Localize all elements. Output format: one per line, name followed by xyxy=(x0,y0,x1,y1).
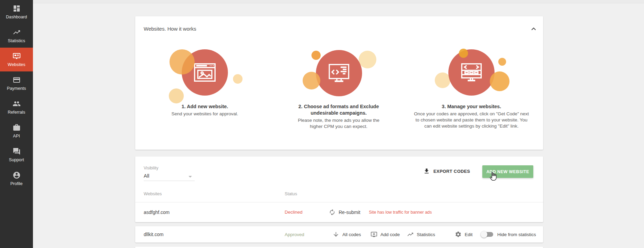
decline-reason-note: Site has low traffic for banner ads xyxy=(369,210,432,215)
sidebar-item-payments[interactable]: Payments xyxy=(0,71,33,95)
decor-circle xyxy=(303,72,320,89)
decor-circle xyxy=(498,58,506,66)
step-1: 1. Add new website. Send your websites f… xyxy=(154,41,256,150)
sidebar-item-label: Payments xyxy=(7,86,26,91)
download-icon xyxy=(423,168,430,175)
decor-circle xyxy=(169,49,195,75)
step-2: 2. Choose ad formats and Exclude undesir… xyxy=(286,41,391,150)
step-3-title: 3. Manage your websites. xyxy=(409,103,534,110)
column-header-websites: Websites xyxy=(144,191,162,196)
sidebar-item-label: Dashboard xyxy=(6,15,27,19)
gear-icon xyxy=(455,231,462,238)
decor-circle xyxy=(359,51,376,68)
sidebar-item-referrals[interactable]: Referrals xyxy=(0,95,33,119)
export-codes-button[interactable]: EXPORT CODES xyxy=(423,168,470,175)
sidebar-item-websites[interactable]: Websites xyxy=(0,48,33,71)
how-it-works-card: Websites. How it works 1. Add new websit… xyxy=(135,16,543,150)
sidebar-item-support[interactable]: Support xyxy=(0,143,33,167)
sidebar-item-api[interactable]: API xyxy=(0,119,33,143)
sidebar-item-profile[interactable]: Profile xyxy=(0,167,33,191)
website-row-card: dllkit.com Approved All codes Add code S… xyxy=(135,226,543,243)
monitor-code-icon xyxy=(326,60,352,86)
visibility-value: All xyxy=(144,173,149,179)
edit-button[interactable]: Edit xyxy=(455,231,472,238)
decor-circle xyxy=(459,49,468,58)
statistics-label: Statistics xyxy=(417,232,435,237)
step-3-illustration xyxy=(448,49,495,96)
all-codes-label: All codes xyxy=(342,232,361,237)
step-1-description: Send your websites for approval. xyxy=(154,111,256,117)
status-badge: Declined xyxy=(285,210,303,215)
sidebar: Dashboard Statistics Websites Payments R… xyxy=(0,0,33,248)
add-to-queue-icon xyxy=(371,231,377,238)
visibility-select[interactable]: All xyxy=(144,173,195,181)
dashboard-icon xyxy=(13,4,21,13)
all-codes-button[interactable]: All codes xyxy=(333,231,361,238)
sidebar-item-label: Support xyxy=(9,158,24,162)
sidebar-item-label: Referrals xyxy=(8,110,25,115)
edit-label: Edit xyxy=(465,232,472,237)
decor-circle xyxy=(435,72,450,88)
add-code-label: Add code xyxy=(380,232,400,237)
refresh-icon xyxy=(329,209,336,216)
column-header-status: Status xyxy=(285,191,297,196)
statistics-button[interactable]: Statistics xyxy=(407,231,435,238)
sidebar-item-label: Websites xyxy=(8,62,25,67)
step-2-description: Please note, the more ads you allow the … xyxy=(294,117,383,130)
trending-up-icon xyxy=(407,231,414,238)
add-code-button[interactable]: Add code xyxy=(371,231,400,238)
sidebar-item-statistics[interactable]: Statistics xyxy=(0,24,33,48)
step-3: 3. Manage your websites. Once your codes… xyxy=(409,41,534,150)
briefcase-icon xyxy=(13,123,21,132)
export-codes-label: EXPORT CODES xyxy=(433,169,470,174)
decor-circle xyxy=(311,51,321,60)
add-new-website-button[interactable]: ADD NEW WEBSITE xyxy=(482,165,533,178)
step-2-title: 2. Choose ad formats and Exclude undesir… xyxy=(286,103,391,116)
person-icon xyxy=(13,171,21,179)
websites-table-card: Visibility All EXPORT CODES ADD NEW WEBS… xyxy=(135,156,543,222)
toggle-knob xyxy=(481,231,487,238)
sidebar-item-label: Statistics xyxy=(8,38,25,43)
people-icon xyxy=(13,100,21,108)
browser-image-icon xyxy=(192,60,218,85)
visibility-label: Visibility xyxy=(144,166,158,170)
resubmit-label: Re-submit xyxy=(339,210,360,215)
collapse-panel-button[interactable] xyxy=(529,24,538,33)
trending-up-icon xyxy=(13,28,21,36)
chat-icon xyxy=(13,147,21,155)
hide-from-statistics-toggle[interactable] xyxy=(482,232,493,237)
how-it-works-title: Websites. How it works xyxy=(144,26,196,32)
top-shadow-strip xyxy=(33,0,644,3)
credit-card-icon xyxy=(13,76,21,84)
table-row: asdfghf.com Declined Re-submit Site has … xyxy=(135,202,543,222)
chevron-up-icon xyxy=(529,24,538,33)
sidebar-item-dashboard[interactable]: Dashboard xyxy=(0,0,33,24)
website-row-card-partial xyxy=(135,247,543,248)
sidebar-item-label: Profile xyxy=(10,181,22,186)
website-name: asdfghf.com xyxy=(144,210,169,215)
hide-from-statistics-label: Hide from statistics xyxy=(497,232,536,237)
decor-circle xyxy=(490,71,509,91)
table-row: dllkit.com Approved All codes Add code S… xyxy=(135,226,543,243)
status-badge: Approved xyxy=(285,232,304,237)
website-name: dllkit.com xyxy=(144,232,163,237)
dropdown-arrow-icon xyxy=(189,176,192,178)
step-1-title: 1. Add new website. xyxy=(154,103,256,110)
arrow-down-icon xyxy=(333,231,339,238)
decor-circle xyxy=(233,74,243,84)
monitor-manage-icon xyxy=(459,60,484,85)
sidebar-item-label: API xyxy=(13,134,20,138)
step-2-illustration xyxy=(316,50,362,96)
resubmit-button[interactable]: Re-submit xyxy=(329,209,360,216)
website-card-icon xyxy=(13,52,21,60)
decor-circle xyxy=(169,88,184,103)
step-3-description: Once your codes are approved, click on "… xyxy=(413,111,530,129)
